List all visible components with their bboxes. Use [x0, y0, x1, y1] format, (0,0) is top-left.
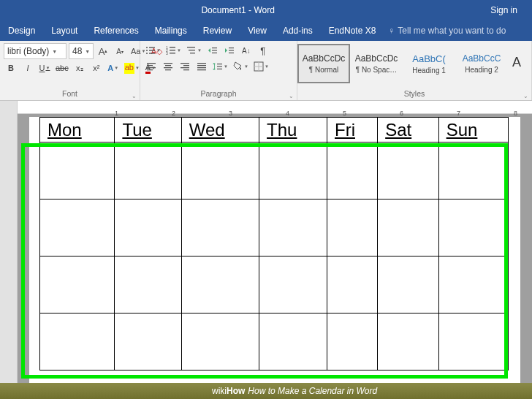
calendar-cell[interactable] — [115, 314, 181, 370]
style-title[interactable]: A — [508, 44, 525, 83]
style-heading-1[interactable]: AaBbC( Heading 1 — [403, 44, 455, 83]
decrease-indent-button[interactable] — [205, 43, 220, 58]
svg-rect-27 — [164, 67, 172, 68]
style-name: ¶ No Spac… — [356, 66, 398, 74]
increase-indent-button[interactable] — [222, 43, 237, 58]
calendar-day-header[interactable]: Fri — [327, 118, 377, 142]
calendar-cell[interactable] — [259, 142, 327, 200]
calendar-cell[interactable] — [327, 142, 377, 200]
highlight-button[interactable]: ab▼ — [123, 61, 141, 75]
calendar-day-header[interactable]: Tue — [115, 118, 181, 142]
svg-rect-17 — [212, 53, 217, 53]
italic-button[interactable]: I — [20, 61, 35, 75]
calendar-cell[interactable] — [378, 200, 438, 256]
bold-button[interactable]: B — [4, 61, 18, 75]
calendar-cell[interactable] — [378, 142, 438, 200]
shrink-font-button[interactable]: A▾ — [113, 44, 127, 58]
calendar-cell[interactable] — [259, 256, 327, 314]
bullets-button[interactable]: ▼ — [144, 43, 162, 58]
svg-rect-25 — [164, 63, 172, 64]
calendar-cell[interactable] — [259, 200, 327, 256]
sort-button[interactable]: A↓ — [239, 43, 254, 58]
svg-rect-16 — [212, 50, 217, 50]
tab-references[interactable]: References — [86, 20, 146, 41]
multilevel-list-button[interactable]: ▼ — [185, 43, 203, 58]
justify-button[interactable] — [194, 59, 209, 74]
svg-rect-13 — [189, 50, 195, 50]
borders-button[interactable]: ▼ — [252, 59, 270, 74]
calendar-day-header[interactable]: Mon — [40, 118, 115, 142]
calendar-row — [40, 314, 509, 370]
ruler-number: 4 — [286, 110, 289, 117]
font-group-label[interactable]: Font — [0, 89, 140, 100]
calendar-cell[interactable] — [115, 200, 181, 256]
font-name-value: libri (Body) — [7, 46, 49, 56]
calendar-cell[interactable] — [40, 314, 115, 370]
style-heading-2[interactable]: AaBbCcC Heading 2 — [455, 44, 508, 83]
calendar-cell[interactable] — [327, 256, 377, 314]
calendar-cell[interactable] — [181, 142, 259, 200]
calendar-cell[interactable] — [327, 314, 377, 370]
calendar-table[interactable]: MonTueWedThuFriSatSun — [39, 117, 509, 370]
calendar-cell[interactable] — [438, 200, 508, 256]
numbering-button[interactable]: 123▼ — [164, 43, 183, 58]
tab-endnote[interactable]: EndNote X8 — [321, 20, 384, 41]
vertical-ruler[interactable] — [0, 114, 18, 383]
calendar-cell[interactable] — [40, 142, 115, 200]
calendar-cell[interactable] — [438, 142, 508, 200]
calendar-cell[interactable] — [438, 256, 508, 314]
font-size-combo[interactable]: 48▼ — [69, 43, 94, 59]
font-size-value: 48 — [72, 46, 82, 56]
calendar-cell[interactable] — [40, 200, 115, 256]
calendar-cell[interactable] — [181, 256, 259, 314]
align-left-button[interactable] — [144, 59, 159, 74]
text-effects-button[interactable]: A▼ — [106, 61, 121, 75]
tab-design[interactable]: Design — [0, 20, 43, 41]
paragraph-group-label[interactable]: Paragraph — [140, 89, 297, 100]
tab-review[interactable]: Review — [195, 20, 240, 41]
page[interactable]: MonTueWedThuFriSatSun — [29, 117, 520, 383]
align-center-button[interactable] — [161, 59, 175, 74]
superscript-button[interactable]: x² — [89, 61, 104, 75]
titlebar: Document1 - Word Sign in — [0, 0, 532, 20]
calendar-day-header[interactable]: Wed — [181, 118, 259, 142]
page-container: MonTueWedThuFriSatSun — [18, 114, 532, 383]
calendar-cell[interactable] — [181, 314, 259, 370]
calendar-day-header[interactable]: Thu — [259, 118, 327, 142]
document-title: Document1 - Word — [0, 5, 476, 15]
tab-addins[interactable]: Add-ins — [275, 20, 321, 41]
subscript-button[interactable]: x₂ — [72, 61, 87, 75]
calendar-row — [40, 200, 509, 256]
svg-rect-35 — [197, 67, 206, 68]
styles-group-label[interactable]: Styles — [297, 89, 531, 100]
calendar-cell[interactable] — [40, 256, 115, 314]
calendar-day-header[interactable]: Sat — [378, 118, 438, 142]
dropdown-icon: ▼ — [85, 49, 90, 54]
font-name-combo[interactable]: libri (Body)▼ — [4, 43, 66, 59]
grow-font-button[interactable]: A▴ — [96, 44, 110, 58]
calendar-cell[interactable] — [378, 314, 438, 370]
calendar-cell[interactable] — [115, 142, 181, 200]
style-normal[interactable]: AaBbCcDc ¶ Normal — [297, 44, 350, 83]
show-hide-button[interactable]: ¶ — [256, 43, 270, 58]
sign-in-link[interactable]: Sign in — [476, 5, 532, 15]
tell-me-search[interactable]: ♀ Tell me what you want to do — [384, 20, 510, 41]
calendar-cell[interactable] — [438, 314, 508, 370]
calendar-cell[interactable] — [181, 200, 259, 256]
tab-view[interactable]: View — [240, 20, 275, 41]
strikethrough-button[interactable]: abc — [54, 61, 70, 75]
line-spacing-button[interactable]: ▼ — [211, 59, 229, 74]
calendar-day-header[interactable]: Sun — [438, 118, 508, 142]
tab-layout[interactable]: Layout — [43, 20, 86, 41]
tab-mailings[interactable]: Mailings — [147, 20, 195, 41]
calendar-cell[interactable] — [259, 314, 327, 370]
underline-button[interactable]: U▼ — [37, 61, 52, 75]
style-no-spacing[interactable]: AaBbCcDc ¶ No Spac… — [350, 44, 403, 83]
calendar-cell[interactable] — [327, 200, 377, 256]
calendar-row — [40, 142, 509, 200]
shading-button[interactable]: ▼ — [232, 59, 250, 74]
align-right-button[interactable] — [178, 59, 192, 74]
calendar-cell[interactable] — [378, 256, 438, 314]
dropdown-icon: ▼ — [52, 49, 57, 54]
calendar-cell[interactable] — [115, 256, 181, 314]
